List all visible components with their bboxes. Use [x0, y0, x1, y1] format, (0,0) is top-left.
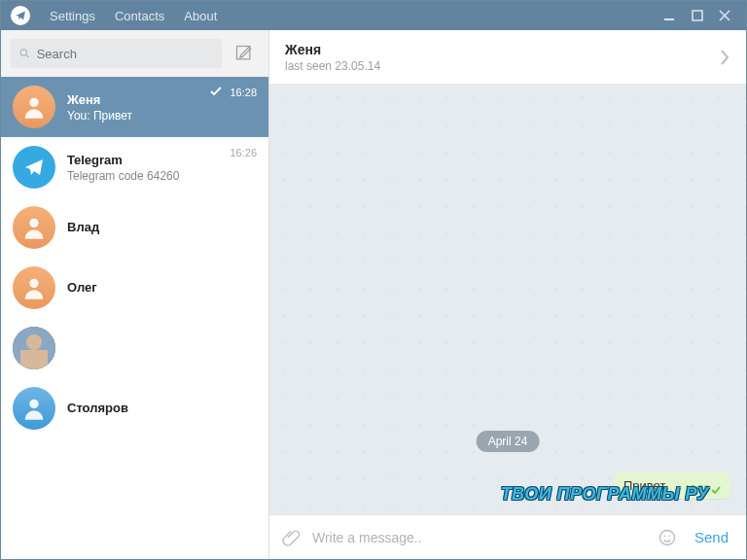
chat-item[interactable]: Влад — [1, 197, 268, 258]
chat-list: ЖеняYou: Привет16:28TelegramTelegram cod… — [1, 77, 268, 559]
menu-about[interactable]: About — [174, 9, 227, 23]
svg-point-7 — [29, 279, 38, 288]
date-separator: April 24 — [477, 431, 540, 452]
minimize-icon[interactable] — [664, 10, 676, 21]
message-time: 16:28 — [685, 484, 709, 495]
titlebar: Settings Contacts About — [1, 1, 746, 30]
compose-row: Send — [269, 514, 746, 559]
svg-point-5 — [29, 98, 38, 107]
message-check-icon — [711, 485, 725, 495]
header-contact-name: Женя — [285, 42, 719, 57]
avatar — [13, 266, 55, 309]
app-logo-icon — [11, 6, 30, 25]
svg-rect-0 — [664, 18, 674, 20]
chat-item[interactable] — [1, 318, 268, 378]
menu-settings[interactable]: Settings — [40, 9, 105, 23]
avatar — [13, 387, 55, 430]
message-area[interactable]: April 24 Привет 16:28 ТВОИ ПРОГРАММЫ РУ — [269, 85, 746, 514]
svg-rect-10 — [20, 350, 48, 369]
avatar — [13, 86, 55, 128]
search-input[interactable] — [37, 47, 214, 61]
conversation-pane: Женя last seen 23.05.14 April 24 Привет … — [269, 30, 746, 559]
maximize-icon[interactable] — [692, 10, 703, 21]
send-button[interactable]: Send — [689, 529, 734, 545]
read-check-icon — [210, 87, 222, 96]
chat-name: Столяров — [67, 401, 257, 415]
chat-item[interactable]: Столяров — [1, 378, 268, 438]
svg-point-2 — [20, 50, 26, 55]
message-bubble[interactable]: Привет 16:28 — [614, 472, 730, 499]
message-text: Привет — [623, 478, 665, 493]
menu-contacts[interactable]: Contacts — [105, 9, 174, 23]
chat-preview: Telegram code 64260 — [67, 169, 257, 183]
sidebar: ЖеняYou: Привет16:28TelegramTelegram cod… — [1, 30, 269, 559]
chat-time: 16:26 — [230, 147, 257, 158]
svg-point-9 — [26, 334, 42, 350]
chat-time: 16:28 — [230, 87, 257, 98]
compose-icon — [234, 44, 254, 63]
search-box[interactable] — [11, 39, 222, 68]
search-row — [1, 30, 268, 77]
avatar — [13, 327, 55, 369]
chevron-right-icon[interactable] — [719, 49, 730, 66]
search-icon — [18, 47, 31, 60]
svg-point-11 — [29, 400, 38, 408]
svg-point-6 — [29, 219, 38, 228]
chat-name: Женя — [67, 92, 257, 107]
chat-name: Влад — [67, 220, 257, 234]
svg-line-3 — [26, 55, 29, 58]
compose-button[interactable] — [230, 39, 259, 68]
attach-icon[interactable] — [281, 528, 301, 547]
chat-name: Telegram — [67, 153, 257, 167]
svg-point-12 — [659, 530, 674, 544]
chat-name: Олег — [67, 280, 257, 295]
avatar — [13, 206, 55, 249]
chat-item[interactable]: TelegramTelegram code 6426016:26 — [1, 137, 268, 197]
emoji-icon[interactable] — [658, 528, 677, 547]
close-icon[interactable] — [719, 10, 730, 21]
chat-item[interactable]: Олег — [1, 258, 268, 318]
svg-rect-1 — [693, 11, 702, 20]
chat-preview: You: Привет — [67, 109, 257, 122]
chat-item[interactable]: ЖеняYou: Привет16:28 — [1, 77, 268, 137]
avatar — [13, 146, 55, 189]
svg-point-13 — [664, 535, 666, 537]
svg-point-14 — [669, 535, 671, 537]
conversation-header[interactable]: Женя last seen 23.05.14 — [269, 30, 746, 85]
message-input[interactable] — [312, 530, 646, 545]
header-status: last seen 23.05.14 — [285, 59, 719, 73]
